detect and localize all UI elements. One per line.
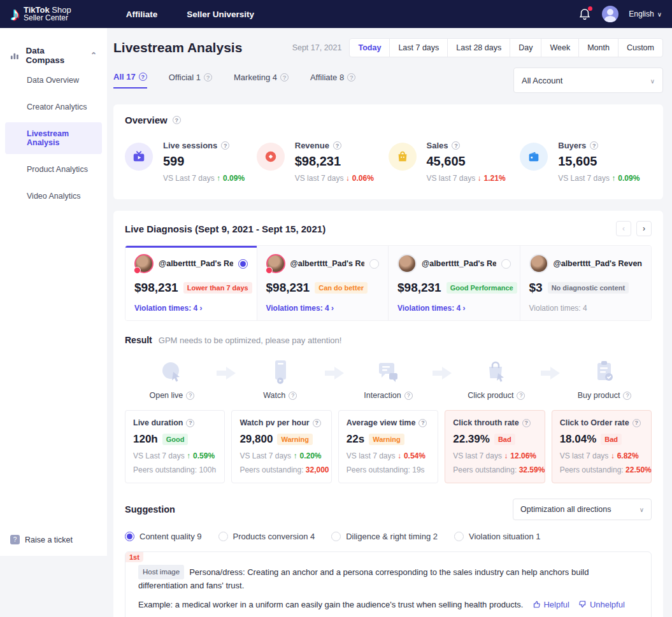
card-radio[interactable] xyxy=(369,259,379,269)
help-icon[interactable]: ? xyxy=(289,392,297,400)
record-icon xyxy=(257,143,285,171)
violation-link[interactable]: Violation times: 4 xyxy=(397,304,511,313)
metric-card-watch-pv: Watch pv per hour? 29,800Warning VS Last… xyxy=(231,410,331,483)
raise-ticket-button[interactable]: ? Raise a ticket xyxy=(10,535,73,544)
next-page-button[interactable] xyxy=(636,221,652,236)
interaction-chat-icon xyxy=(374,357,402,387)
diagnosis-card-1[interactable]: @albertttt_Pad's Revenue $98,231 Lower t… xyxy=(125,246,257,320)
diagnosis-card-2[interactable]: @albertttt_Pad's Revenue $98,231 Can do … xyxy=(257,246,389,320)
buyers-value: 15,605 xyxy=(558,154,640,169)
optimization-direction-select[interactable]: Optimization all directions xyxy=(513,499,652,520)
streamer-avatar xyxy=(397,254,417,273)
help-icon[interactable]: ? xyxy=(221,141,229,150)
status-badge: Can do better xyxy=(315,282,368,294)
chevron-down-icon xyxy=(657,10,662,18)
help-icon[interactable]: ? xyxy=(313,419,321,427)
live-diagnosis-panel: Live Diagnosis (Sept 9, 2021 - Sept 15, … xyxy=(113,211,663,617)
range-day-button[interactable]: Day xyxy=(510,38,541,57)
violation-link[interactable]: Violation times: 4 xyxy=(134,304,248,313)
help-icon[interactable]: ? xyxy=(280,73,289,82)
live-badge-icon xyxy=(266,267,273,274)
help-icon[interactable]: ? xyxy=(186,419,194,427)
metric-card-live-duration: Live duration? 120hGood VS Last 7 days 0… xyxy=(125,410,225,483)
help-icon[interactable]: ? xyxy=(418,419,427,427)
language-selector[interactable]: English xyxy=(629,10,662,18)
help-icon[interactable]: ? xyxy=(347,73,355,82)
nav-link-affiliate[interactable]: Affiliate xyxy=(126,10,158,19)
range-week-button[interactable]: Week xyxy=(541,38,579,57)
streamer-avatar xyxy=(134,254,154,273)
help-icon[interactable]: ? xyxy=(173,116,181,124)
user-avatar[interactable] xyxy=(602,6,618,22)
status-badge: Bad xyxy=(601,434,622,445)
tab-all[interactable]: All 17? xyxy=(113,72,147,89)
streamer-avatar xyxy=(529,254,548,273)
help-icon[interactable]: ? xyxy=(517,392,525,400)
diagnosis-card-3[interactable]: @albertttt_Pad's Revenue $98,231 Good Pe… xyxy=(388,246,520,320)
live-badge-icon xyxy=(134,267,141,274)
range-last28-button[interactable]: Last 28 days xyxy=(447,38,510,57)
chevron-up-icon xyxy=(90,51,97,60)
diagnosis-card-4[interactable]: @albertttt_Pad's Revenue $3 No diagnosti… xyxy=(520,246,652,320)
suggestion-text-1: Persona/dress: Creating an anchor and a … xyxy=(138,567,589,590)
card-radio-selected[interactable] xyxy=(238,259,248,269)
overview-live-sessions: Live sessions? 599 VS Last 7 days 0.09% xyxy=(125,141,257,183)
range-today-button[interactable]: Today xyxy=(349,38,390,57)
prev-page-button[interactable] xyxy=(616,221,631,236)
funnel-step-open-live: Open live? xyxy=(129,357,215,400)
radio-violation-situation[interactable]: Violation situation 1 xyxy=(454,532,541,541)
help-icon[interactable]: ? xyxy=(623,392,631,400)
help-icon[interactable]: ? xyxy=(452,141,460,150)
bar-chart-icon xyxy=(10,51,20,60)
metric-card-click-through-rate: Click throuth rate? 22.39%Bad VS last 7 … xyxy=(445,410,545,483)
account-select[interactable]: All Account xyxy=(513,67,663,93)
tab-affiliate[interactable]: Affiliate 8? xyxy=(310,73,355,88)
help-icon[interactable]: ? xyxy=(186,392,194,400)
card-radio[interactable] xyxy=(501,259,511,269)
unhelpful-button[interactable]: Unhelpful xyxy=(578,600,625,609)
sidebar-item-data-overview[interactable]: Data Overview xyxy=(0,69,107,92)
status-badge: Good Performance xyxy=(447,282,517,294)
funnel-step-buy-product: Buy product? xyxy=(561,357,648,400)
help-icon[interactable]: ? xyxy=(633,419,641,427)
arrow-right-icon xyxy=(324,365,345,383)
range-month-button[interactable]: Month xyxy=(578,38,618,57)
notification-bell-icon[interactable] xyxy=(578,7,592,21)
sidebar-section-data-compass[interactable]: Data Compass xyxy=(0,46,107,65)
tab-marketing[interactable]: Marketing 4? xyxy=(234,73,289,88)
sidebar-item-video-analytics[interactable]: Video Analytics xyxy=(0,185,107,208)
helpful-button[interactable]: Helpful xyxy=(532,600,569,609)
radio-content-quality[interactable]: Content quality 9 xyxy=(125,532,202,541)
sidebar-item-creator-analytics[interactable]: Creator Analytics xyxy=(0,96,107,118)
tab-official[interactable]: Official 1? xyxy=(169,73,212,88)
help-icon[interactable]: ? xyxy=(590,141,598,150)
radio-diligence-timing[interactable]: Diligence & right timing 2 xyxy=(331,532,438,541)
funnel-metric-cards: Live duration? 120hGood VS Last 7 days 0… xyxy=(125,410,652,483)
shopping-bag-icon xyxy=(389,143,417,171)
diagnosis-cards: @albertttt_Pad's Revenue $98,231 Lower t… xyxy=(125,245,652,321)
thumbs-up-icon xyxy=(532,600,541,609)
help-icon[interactable]: ? xyxy=(204,73,212,82)
page-title: Livestream Analysis xyxy=(113,40,242,55)
radio-icon xyxy=(218,532,228,541)
arrow-right-icon xyxy=(215,365,237,383)
nav-link-seller-university[interactable]: Seller University xyxy=(187,10,254,19)
sidebar-item-livestream-analysis[interactable]: Livestream Analysis xyxy=(5,122,102,154)
metric-card-click-to-order-rate: Click to Order rate? 18.04%Bad VS last 7… xyxy=(552,410,652,483)
sidebar-item-product-analytics[interactable]: Product Analytics xyxy=(0,158,107,181)
overview-panel: Overview? Live sessions? 599 VS Last 7 d… xyxy=(113,104,663,199)
overview-revenue: Revenue? $98,231 VS last 7 days 0.06% xyxy=(257,141,389,183)
tiktok-shop-logo[interactable]: ♪ TikTok Shop Seller Center xyxy=(10,4,71,24)
help-icon[interactable]: ? xyxy=(333,141,341,150)
help-icon[interactable]: ? xyxy=(404,392,413,400)
watch-phone-icon xyxy=(266,357,294,387)
radio-products-conversion[interactable]: Products conversion 4 xyxy=(218,532,315,541)
buy-product-icon xyxy=(590,357,618,387)
range-custom-button[interactable]: Custom xyxy=(618,38,663,57)
violation-link[interactable]: Violation times: 4 xyxy=(266,304,380,313)
current-date: Sept 17, 2021 xyxy=(292,43,342,52)
range-last7-button[interactable]: Last 7 days xyxy=(389,38,448,57)
help-icon[interactable]: ? xyxy=(139,73,147,81)
help-icon[interactable]: ? xyxy=(522,419,531,427)
streamer-avatar xyxy=(266,254,285,273)
